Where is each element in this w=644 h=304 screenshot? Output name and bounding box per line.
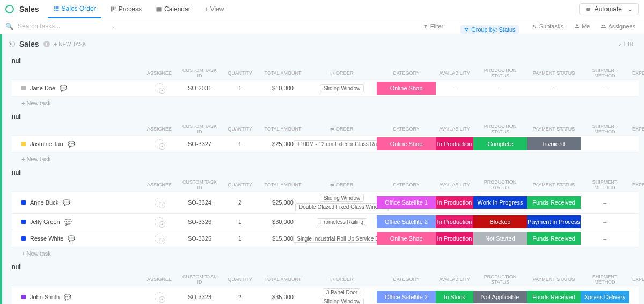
col-payment-status: Payment Status [527, 182, 581, 187]
robot-icon [585, 6, 591, 12]
tab-label: Sales Order [62, 5, 96, 12]
comment-icon[interactable]: 💬 [60, 85, 67, 92]
svg-point-2 [467, 27, 469, 29]
task-name: Resse White [30, 235, 63, 242]
assignees-button[interactable]: Assignees [597, 22, 639, 31]
assignee-add[interactable] [155, 217, 164, 227]
status-pill[interactable]: Complete [473, 137, 527, 150]
status-pill[interactable]: Funds Received [527, 291, 581, 303]
category-pill[interactable]: Online Shop [377, 232, 436, 245]
category-pill[interactable]: Online Shop [377, 137, 436, 150]
group-new-order: null Assignee Custom Task ID Quantity To… [12, 57, 639, 106]
status-pill[interactable]: Invoiced [527, 137, 581, 150]
task-row[interactable]: Jelly Green 💬 SO-3326 1 $30,000 Frameles… [12, 214, 639, 230]
status-pill[interactable]: In Production [436, 215, 473, 228]
subtasks-button[interactable]: Subtasks [529, 22, 567, 31]
add-view[interactable]: + View [199, 0, 230, 18]
group-by-button[interactable]: Group by: Status [460, 25, 519, 34]
order-tag[interactable]: Single Industrial Roll Up Service Door [293, 235, 390, 243]
shipment-pill[interactable]: Xpress Delivery [581, 291, 629, 303]
info-icon[interactable]: i [43, 41, 50, 47]
task-row[interactable]: Anne Buck 💬 SO-3324 2 $25,000 Sliding Wi… [12, 191, 639, 214]
workspace-title: Sales [19, 40, 39, 48]
comment-icon[interactable]: 💬 [64, 219, 72, 226]
col-production-status: Production Status [473, 274, 527, 285]
col-shipment-method: Shipment Method [581, 179, 629, 190]
col-order: ⇄ Order [307, 70, 377, 76]
task-row[interactable]: Jane Doe 💬 SO-2031 1 $10,000 Sliding Win… [12, 79, 639, 97]
group-in-transit: null Assignee Custom Task ID Quantity To… [12, 263, 639, 304]
tab-calendar[interactable]: Calendar [150, 0, 196, 18]
status-pill[interactable]: Blocked [473, 215, 527, 228]
add-task-row[interactable]: + New task [12, 97, 639, 106]
col-category: Category [377, 277, 436, 282]
svg-point-6 [604, 24, 605, 26]
col-custom-id: Custom Task ID [178, 274, 221, 285]
order-tag[interactable]: Sliding Window [320, 84, 364, 92]
me-button[interactable]: Me [571, 22, 593, 31]
category-pill[interactable]: Online Shop [377, 82, 436, 95]
hide-button[interactable]: ✓ HID [618, 41, 633, 47]
comment-icon[interactable]: 💬 [64, 294, 71, 301]
category-pill[interactable]: Office Satellite 1 [377, 196, 436, 209]
status-pill[interactable]: Not Started [473, 232, 527, 245]
chevron-down-icon[interactable]: ⌄ [111, 23, 115, 29]
add-task-row[interactable]: + New task [12, 247, 639, 257]
order-tag[interactable]: Double Glazed Fixed Glass Window [295, 203, 389, 211]
search-input[interactable] [18, 23, 104, 30]
order-cell: Frameless Railing [307, 214, 377, 230]
svg-rect-0 [586, 8, 590, 11]
category-pill[interactable]: Office Satellite 2 [377, 291, 436, 303]
category-pill[interactable]: Office Satellite 2 [377, 215, 436, 228]
brand-icon [5, 5, 14, 13]
tab-sales-order[interactable]: Sales Order [48, 0, 101, 18]
col-shipment-method: Shipment Method [581, 124, 629, 134]
status-pill[interactable]: Work In Progress [473, 196, 527, 209]
assignee-add[interactable] [155, 198, 164, 207]
comment-icon[interactable]: 💬 [68, 235, 75, 242]
col-order: ⇄ Order [307, 126, 377, 132]
status-pill[interactable]: Payment in Process [527, 215, 581, 228]
status-square-icon [21, 200, 26, 205]
task-name: Anne Buck [30, 199, 58, 206]
assignee-add[interactable] [155, 234, 164, 243]
assignee-add[interactable] [155, 292, 164, 302]
status-pill[interactable]: In Stock [436, 291, 473, 303]
filter-button[interactable]: Filter [420, 22, 447, 31]
comment-icon[interactable]: 💬 [63, 199, 70, 206]
task-row[interactable]: Resse White 💬 SO-3325 1 $15,000 Single I… [12, 230, 639, 247]
order-tag[interactable]: 3 Panel Door [323, 288, 361, 296]
col-shipment-method: Shipment Method [581, 274, 629, 285]
task-row[interactable]: John Smith 💬 SO-3323 2 $35,000 3 Panel D… [12, 286, 639, 304]
tab-label: Calendar [164, 5, 191, 13]
status-pill[interactable]: Not Applicable [473, 291, 527, 303]
collapse-toggle[interactable] [9, 41, 15, 47]
assignee-add[interactable] [155, 139, 164, 149]
task-row[interactable]: Jasmine Tan 💬 SO-3327 1 $25,000 1100M - … [12, 135, 639, 153]
order-tag[interactable]: Frameless Railing [317, 218, 367, 226]
add-task-row[interactable]: + New task [12, 153, 639, 162]
comment-icon[interactable]: 💬 [68, 141, 75, 148]
order-cell: 3 Panel Door Sliding Window [307, 286, 377, 304]
people-icon [601, 24, 606, 29]
chevron-down-icon: ⌄ [627, 5, 633, 13]
order-tag[interactable]: Sliding Window [320, 194, 364, 202]
status-pill[interactable]: In Production [436, 232, 473, 245]
status-pill[interactable]: Funds Received [527, 232, 581, 245]
empty-cell: – [603, 85, 606, 91]
order-tag[interactable]: 1100M - 12mm Exterior Glass Railing [294, 140, 390, 148]
automate-button[interactable]: Automate ⌄ [579, 3, 639, 15]
col-assignee: Assignee [141, 182, 178, 187]
order-tag[interactable]: Sliding Window [320, 298, 364, 304]
col-custom-id: Custom Task ID [178, 124, 221, 134]
new-task-link[interactable]: + NEW TASK [54, 41, 86, 47]
column-headers: Assignee Custom Task ID Quantity Total A… [12, 273, 639, 286]
col-quantity: Quantity [221, 277, 259, 282]
group-icon [464, 27, 469, 32]
status-pill[interactable]: Funds Received [527, 196, 581, 209]
col-production-status: Production Status [473, 124, 527, 134]
tab-process[interactable]: Process [105, 0, 147, 18]
status-pill[interactable]: In Production [436, 196, 473, 209]
status-pill[interactable]: In Production [436, 137, 473, 150]
assignee-add[interactable] [155, 83, 164, 93]
